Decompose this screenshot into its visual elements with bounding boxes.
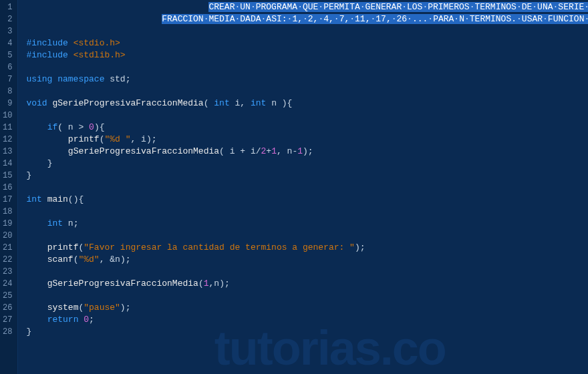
line-number: 10 — [3, 110, 12, 122]
code-token: <stdlib.h> — [74, 50, 126, 60]
code-line[interactable]: int main(){ — [26, 194, 588, 206]
code-line[interactable] — [26, 230, 588, 242]
code-line[interactable]: if( n > 0){ — [26, 122, 588, 134]
code-token: #include — [26, 50, 73, 60]
code-token: 1 — [297, 146, 303, 156]
code-token: } — [26, 170, 31, 180]
code-token: ( — [219, 146, 230, 156]
code-token: ); — [355, 242, 365, 252]
code-line[interactable]: } — [26, 158, 588, 170]
code-line[interactable]: gSerieProgresivaFraccionMedia( i + i/2+1… — [26, 146, 588, 158]
code-line[interactable]: FRACCION·MEDIA·DADA·ASI:·1,·2,·4,·7,·11,… — [26, 13, 588, 25]
code-token: ){ — [94, 122, 105, 132]
line-number: 8 — [3, 85, 12, 98]
code-token: n — [68, 122, 79, 132]
line-number: 12 — [3, 134, 12, 146]
code-lines-container: CREAR·UN·PROGRAMA·QUE·PERMITA·GENERAR·LO… — [26, 1, 588, 338]
code-token: i — [141, 134, 146, 144]
code-line[interactable] — [26, 206, 588, 218]
code-token: ; — [89, 315, 94, 325]
code-line[interactable]: #include <stdio.h> — [26, 37, 588, 49]
code-token: namespace — [57, 74, 110, 84]
code-token: void — [26, 98, 52, 108]
code-token: + — [240, 146, 251, 156]
code-area[interactable]: tutorias.co CREAR·UN·PROGRAMA·QUE·PERMIT… — [18, 0, 588, 374]
code-token: + — [266, 146, 271, 156]
code-token: ( — [198, 278, 204, 289]
code-line[interactable] — [26, 182, 588, 194]
code-line[interactable]: void gSerieProgresivaFraccionMedia( int … — [26, 98, 588, 110]
code-token: return — [47, 315, 84, 325]
line-number: 1 — [3, 1, 12, 13]
code-token: i — [230, 146, 241, 156]
code-line[interactable]: using namespace std; — [26, 73, 588, 85]
line-number: 13 — [3, 146, 12, 158]
line-number: 21 — [3, 242, 12, 254]
line-number: 23 — [3, 266, 12, 278]
code-token: , — [240, 98, 251, 108]
code-token: "pause" — [84, 303, 120, 313]
code-line[interactable] — [26, 290, 588, 302]
code-line[interactable] — [26, 61, 588, 73]
line-number: 16 — [3, 182, 12, 194]
code-token: gSerieProgresivaFraccionMedia — [47, 278, 198, 289]
line-number: 19 — [3, 218, 12, 230]
code-token: ; — [126, 74, 131, 84]
code-line[interactable] — [26, 266, 588, 278]
code-line[interactable]: return 0; — [26, 314, 588, 326]
code-token: int — [47, 218, 68, 228]
line-number: 9 — [3, 98, 12, 110]
code-token: gSerieProgresivaFraccionMedia — [68, 146, 219, 156]
line-number: 11 — [3, 122, 12, 134]
code-token: } — [26, 327, 31, 337]
code-line[interactable] — [26, 25, 588, 37]
code-token: 1 — [204, 278, 209, 289]
code-token: "Favor ingresar la cantidad de terminos … — [84, 242, 355, 252]
line-number: 5 — [3, 49, 12, 61]
code-line[interactable]: gSerieProgresivaFraccionMedia(1,n); — [26, 278, 588, 290]
code-token: n — [68, 218, 74, 228]
code-editor[interactable]: 1234567891011121314151617181920212223242… — [0, 0, 588, 374]
code-token: #include — [26, 38, 73, 48]
code-token: <stdio.h> — [74, 38, 120, 48]
line-number: 4 — [3, 37, 12, 49]
code-token: n — [214, 278, 219, 289]
line-number-gutter: 1234567891011121314151617181920212223242… — [0, 0, 18, 374]
code-token: 0 — [89, 122, 94, 132]
code-token: main — [47, 194, 68, 204]
code-token: (){ — [68, 194, 84, 204]
code-token: "%d " — [104, 134, 130, 144]
code-token: printf — [68, 134, 100, 144]
line-number: 25 — [3, 290, 12, 302]
code-line[interactable] — [26, 110, 588, 122]
code-line[interactable]: } — [26, 170, 588, 182]
code-token: } — [47, 158, 53, 168]
code-line[interactable]: #include <stdlib.h> — [26, 49, 588, 61]
code-token: int — [26, 194, 47, 204]
code-line[interactable]: printf("Favor ingresar la cantidad de te… — [26, 242, 588, 254]
code-line[interactable] — [26, 85, 588, 98]
line-number: 2 — [3, 13, 12, 25]
code-token: ); — [120, 254, 131, 264]
code-token: CREAR·UN·PROGRAMA·QUE·PERMITA·GENERAR·LO… — [208, 2, 588, 12]
code-token: ( — [204, 98, 214, 108]
code-line[interactable]: scanf("%d", &n); — [26, 254, 588, 266]
code-line[interactable]: system("pause"); — [26, 302, 588, 314]
line-number: 24 — [3, 278, 12, 290]
code-token: gSerieProgresivaFraccionMedia — [52, 98, 203, 108]
code-line[interactable]: } — [26, 326, 588, 338]
code-token: 0 — [84, 315, 89, 325]
code-token: system — [47, 303, 79, 313]
line-number: 15 — [3, 170, 12, 182]
code-line[interactable]: CREAR·UN·PROGRAMA·QUE·PERMITA·GENERAR·LO… — [26, 1, 588, 13]
code-token: , — [130, 134, 141, 144]
code-token: std — [110, 74, 125, 84]
code-token: ); — [303, 146, 313, 156]
code-token: n — [271, 98, 282, 108]
code-token: i — [251, 146, 256, 156]
line-number: 6 — [3, 61, 12, 73]
code-token: > — [78, 122, 89, 132]
line-number: 17 — [3, 194, 12, 206]
code-line[interactable]: int n; — [26, 218, 588, 230]
code-line[interactable]: printf("%d ", i); — [26, 134, 588, 146]
